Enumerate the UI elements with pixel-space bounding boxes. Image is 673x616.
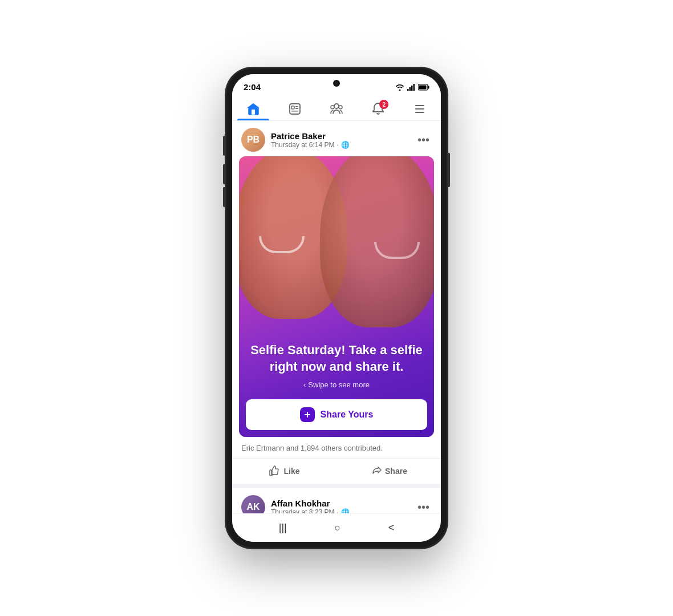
feed: PB Patrice Baker Thursday at 6:14 PM · 🌐… bbox=[232, 121, 441, 513]
share-yours-button[interactable]: Share Yours bbox=[246, 399, 427, 430]
like-icon bbox=[269, 465, 280, 477]
post-2-visibility-icon: 🌐 bbox=[341, 508, 350, 513]
svg-rect-18 bbox=[415, 112, 424, 113]
post-2-separator: · bbox=[336, 508, 338, 513]
post-1-main-text: Selfie Saturday! Take a selfie right now… bbox=[250, 342, 423, 375]
svg-rect-21 bbox=[305, 414, 310, 415]
share-yours-plus-icon bbox=[302, 410, 313, 420]
post-1-timestamp: Thursday at 6:14 PM bbox=[271, 141, 334, 149]
camera-notch bbox=[333, 80, 340, 87]
groups-icon bbox=[330, 102, 343, 116]
post-2: AK Affan Khokhar Thursday at 8:23 PM · 🌐… bbox=[232, 488, 441, 513]
nav-item-menu[interactable] bbox=[404, 99, 436, 120]
share-button[interactable]: Share bbox=[336, 461, 441, 481]
post-1-separator: · bbox=[336, 141, 338, 149]
faces-container bbox=[239, 156, 434, 333]
svg-rect-7 bbox=[252, 110, 255, 115]
svg-rect-16 bbox=[415, 105, 424, 106]
android-back-btn[interactable]: < bbox=[388, 522, 395, 534]
swipe-hint-text: Swipe to see more bbox=[308, 380, 370, 389]
android-recents-btn[interactable]: ||| bbox=[279, 522, 287, 534]
share-yours-icon bbox=[300, 407, 315, 422]
post-2-timestamp: Thursday at 8:23 PM bbox=[271, 508, 334, 513]
nav-item-home[interactable] bbox=[237, 99, 269, 120]
post-2-header: AK Affan Khokhar Thursday at 8:23 PM · 🌐… bbox=[232, 488, 441, 513]
svg-rect-2 bbox=[411, 86, 413, 91]
svg-point-14 bbox=[331, 106, 334, 109]
post-1-card[interactable]: Selfie Saturday! Take a selfie right now… bbox=[239, 156, 434, 437]
post-2-avatar[interactable]: AK bbox=[241, 495, 265, 513]
nav-bar: 2 bbox=[232, 95, 441, 121]
menu-icon bbox=[413, 102, 427, 116]
svg-rect-0 bbox=[407, 89, 409, 91]
post-1-more-btn[interactable]: ••• bbox=[415, 131, 432, 149]
battery-icon bbox=[418, 84, 429, 91]
wifi-icon bbox=[395, 84, 404, 91]
post-1-action-bar: Like Share bbox=[232, 458, 441, 484]
svg-rect-17 bbox=[415, 108, 424, 110]
contributed-text: Eric Ertmann and 1,894 others contribute… bbox=[232, 441, 441, 458]
svg-rect-1 bbox=[410, 87, 411, 91]
nav-item-news[interactable] bbox=[279, 99, 311, 120]
post-1-meta: Thursday at 6:14 PM · 🌐 bbox=[271, 141, 350, 149]
post-1: PB Patrice Baker Thursday at 6:14 PM · 🌐… bbox=[232, 121, 441, 484]
post-1-header-left: PB Patrice Baker Thursday at 6:14 PM · 🌐 bbox=[241, 128, 350, 152]
phone-shell: 2:04 bbox=[225, 67, 448, 549]
notification-badge: 2 bbox=[379, 100, 388, 109]
android-home-btn[interactable]: ○ bbox=[334, 522, 340, 534]
swipe-arrow: ‹ bbox=[303, 380, 306, 389]
share-yours-label: Share Yours bbox=[321, 410, 374, 420]
swipe-hint: ‹ Swipe to see more bbox=[250, 380, 423, 389]
post-2-avatar-img: AK bbox=[241, 495, 265, 513]
svg-rect-9 bbox=[291, 106, 294, 109]
post-2-header-left: AK Affan Khokhar Thursday at 8:23 PM · 🌐 bbox=[241, 495, 350, 513]
status-bar: 2:04 bbox=[232, 74, 441, 95]
post-2-author[interactable]: Affan Khokhar bbox=[271, 499, 350, 508]
svg-rect-5 bbox=[428, 86, 429, 88]
post-1-visibility-icon: 🌐 bbox=[341, 141, 350, 149]
phone-screen: 2:04 bbox=[232, 74, 441, 542]
post-1-avatar[interactable]: PB bbox=[241, 128, 265, 152]
post-2-meta: Thursday at 8:23 PM · 🌐 bbox=[271, 508, 350, 513]
svg-point-13 bbox=[334, 104, 339, 108]
news-icon bbox=[288, 102, 302, 116]
svg-rect-10 bbox=[295, 106, 298, 107]
post-2-more-btn[interactable]: ••• bbox=[415, 499, 432, 513]
home-icon bbox=[246, 102, 260, 116]
nav-item-groups[interactable] bbox=[321, 99, 352, 120]
post-1-author[interactable]: Patrice Baker bbox=[271, 131, 350, 141]
like-button[interactable]: Like bbox=[232, 461, 336, 481]
status-time: 2:04 bbox=[244, 82, 261, 92]
share-icon bbox=[370, 465, 382, 477]
svg-point-15 bbox=[339, 106, 342, 109]
share-label: Share bbox=[385, 467, 407, 476]
post-2-info: Affan Khokhar Thursday at 8:23 PM · 🌐 bbox=[271, 499, 350, 513]
status-icons bbox=[395, 84, 429, 91]
post-1-info: Patrice Baker Thursday at 6:14 PM · 🌐 bbox=[271, 131, 350, 149]
svg-rect-12 bbox=[291, 111, 298, 112]
post-1-avatar-img: PB bbox=[241, 128, 265, 152]
svg-rect-11 bbox=[295, 108, 298, 110]
nav-item-notifications[interactable]: 2 bbox=[362, 99, 394, 120]
svg-rect-3 bbox=[413, 84, 415, 91]
post-1-text-overlay: Selfie Saturday! Take a selfie right now… bbox=[239, 333, 434, 395]
signal-icon bbox=[407, 84, 415, 91]
post-1-header: PB Patrice Baker Thursday at 6:14 PM · 🌐… bbox=[232, 121, 441, 156]
android-nav: ||| ○ < bbox=[232, 513, 441, 542]
like-label: Like bbox=[283, 467, 299, 476]
svg-rect-6 bbox=[419, 85, 427, 89]
svg-rect-22 bbox=[270, 470, 271, 476]
